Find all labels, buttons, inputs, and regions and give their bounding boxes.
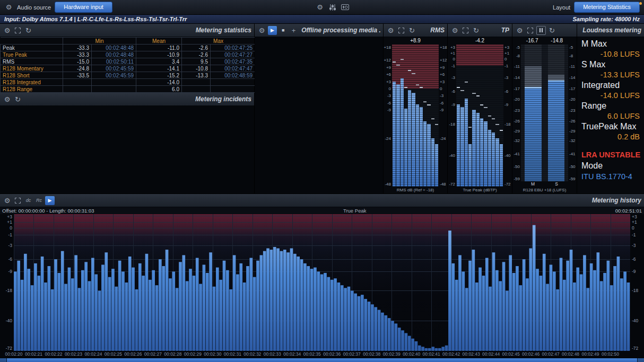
scale-tick: -48 bbox=[440, 181, 447, 186]
time-axis-label: 00:02:25 bbox=[105, 351, 122, 357]
expand-icon[interactable] bbox=[526, 26, 535, 35]
peak-hold-mark bbox=[472, 93, 475, 94]
settings-gear-icon[interactable]: ⚙ bbox=[315, 3, 324, 12]
stats-col-mean: Mean bbox=[136, 38, 182, 45]
loudness-header: Loudness metering bbox=[577, 24, 644, 37]
meter-channel-bar bbox=[420, 45, 423, 187]
offline-header: ⚙ ▶ ■ + Offline processing media ... bbox=[255, 24, 383, 37]
meter-fill bbox=[525, 87, 542, 181]
play-button[interactable]: ▶ bbox=[268, 26, 277, 35]
meter-channel-bar bbox=[401, 45, 404, 187]
scrollbar-left-arrow[interactable] bbox=[0, 358, 7, 362]
meter-channel-bar bbox=[472, 45, 475, 187]
stats-cell: R128 Short bbox=[1, 72, 63, 79]
history-scrollbar[interactable] bbox=[0, 358, 644, 362]
gear-icon[interactable]: ⚙ bbox=[515, 26, 524, 35]
expand-icon[interactable] bbox=[397, 26, 406, 35]
gear-icon[interactable]: ⚙ bbox=[257, 26, 266, 35]
history-chart-row: +3+10-1-3-6-9-18-40-72 +3+10-1-3-6-9-18-… bbox=[0, 214, 644, 351]
scale-tick: -9 bbox=[0, 269, 12, 274]
scale-tick: +1 bbox=[504, 51, 512, 56]
gear-icon[interactable]: ⚙ bbox=[3, 26, 12, 35]
gear-icon[interactable]: ⚙ bbox=[3, 95, 12, 104]
truepeak-max-value: 0.2 dB bbox=[581, 132, 641, 142]
scale-tick: -1 bbox=[632, 232, 644, 237]
scale-tick: -1 bbox=[504, 64, 512, 68]
stats-cell: 00:02:50:11 bbox=[92, 58, 136, 65]
meter-fill bbox=[495, 138, 499, 187]
io-monitor-icon[interactable] bbox=[341, 3, 350, 12]
scale-tick: -40 bbox=[448, 153, 455, 158]
rc-scale-toggle-icon[interactable]: Rc bbox=[34, 196, 43, 205]
scrollbar-right-arrow[interactable] bbox=[637, 358, 644, 362]
scale-tick: +1 bbox=[448, 51, 455, 56]
gear-icon[interactable]: ⚙ bbox=[450, 26, 459, 35]
meter-channel-bar bbox=[492, 45, 495, 187]
integrated-value: -14.0 LUFS bbox=[581, 91, 641, 101]
peak-hold-mark bbox=[435, 124, 438, 125]
scale-tick: -14 bbox=[512, 75, 520, 80]
meter-channel-bar bbox=[465, 45, 468, 187]
refresh-icon[interactable]: ↻ bbox=[407, 26, 416, 35]
expand-icon[interactable] bbox=[461, 26, 470, 35]
pause-button[interactable] bbox=[536, 26, 546, 35]
panel-title: Loudness metering bbox=[582, 27, 641, 34]
stats-cell: 00:02:48:48 bbox=[92, 51, 136, 58]
scrollbar-thumb[interactable] bbox=[7, 358, 637, 362]
scale-tick: -6 bbox=[440, 100, 447, 105]
refresh-icon[interactable]: ↻ bbox=[24, 26, 33, 35]
stats-cell bbox=[182, 86, 211, 93]
scale-tick: -6 bbox=[384, 100, 391, 105]
refresh-icon[interactable]: ↻ bbox=[472, 26, 481, 35]
meter-fill bbox=[408, 90, 411, 187]
range-label: Range bbox=[581, 101, 641, 111]
meter-channel-bar bbox=[460, 45, 464, 187]
routing-sliders-icon[interactable] bbox=[328, 3, 337, 12]
scale-tick: -72 bbox=[0, 346, 12, 351]
history-play-button[interactable]: ▶ bbox=[45, 196, 55, 205]
stats-cell: -14.1 bbox=[136, 65, 182, 72]
expand-icon[interactable] bbox=[13, 26, 22, 35]
layout-button[interactable]: Layout bbox=[553, 4, 570, 11]
peak-hold-mark bbox=[396, 65, 399, 66]
scale-tick: -5 bbox=[512, 45, 520, 50]
statistics-header: ⚙ ↻ Metering statistics bbox=[0, 24, 254, 37]
stop-button[interactable]: ■ bbox=[279, 26, 288, 35]
history-time-labels: 00:02:2000:02:2100:02:2200:02:2300:02:24… bbox=[14, 351, 630, 358]
time-axis-label: 00:02:46 bbox=[522, 351, 539, 357]
scale-tick: -18 bbox=[0, 288, 12, 293]
audio-settings-gear-icon[interactable]: ⚙ bbox=[4, 3, 13, 12]
stats-cell: -2.6 bbox=[182, 51, 211, 58]
meter-channel-bar bbox=[468, 45, 472, 187]
stats-col-min: Min bbox=[63, 38, 136, 45]
scale-tick: -11 bbox=[569, 64, 577, 69]
time-axis-label: 00:02:22 bbox=[45, 351, 62, 357]
sampling-rate-label: Sampling rate: 48000 Hz bbox=[572, 16, 640, 22]
scale-tick: -6 bbox=[504, 89, 512, 94]
stats-cell: 9.5 bbox=[182, 58, 211, 65]
peak-hold-mark bbox=[431, 118, 434, 119]
stats-cell bbox=[211, 79, 255, 86]
time-axis-label: 00:02:41 bbox=[423, 351, 440, 357]
time-axis-label: 00:02:43 bbox=[463, 351, 480, 357]
time-axis-label: 00:02:37 bbox=[343, 351, 361, 357]
scale-tick: -17 bbox=[569, 86, 577, 91]
tp-meter-body: +3+10-1-3-6-9-18-40-72 +3+10-1-3-6-9-18-… bbox=[448, 44, 512, 187]
stats-cell: RMS bbox=[1, 58, 63, 65]
history-chart-area[interactable] bbox=[14, 214, 630, 351]
add-media-button[interactable]: + bbox=[289, 26, 298, 35]
dc-scale-toggle-icon[interactable]: dc bbox=[24, 196, 33, 205]
time-axis-label: 00:02:34 bbox=[283, 351, 301, 357]
gear-icon[interactable]: ⚙ bbox=[3, 196, 12, 205]
tp-scale-left: +3+10-1-3-6-9-18-40-72 bbox=[448, 45, 456, 187]
scale-tick: 0 bbox=[504, 56, 512, 61]
refresh-icon[interactable]: ↻ bbox=[547, 26, 556, 35]
metering-statistics-button[interactable]: Metering Statistics bbox=[574, 2, 640, 12]
panel-title: Metering history bbox=[592, 197, 641, 204]
hardware-input-button[interactable]: Hardware input bbox=[55, 2, 112, 12]
gear-icon[interactable]: ⚙ bbox=[386, 26, 395, 35]
m-max-value: -10.8 LUFS bbox=[581, 49, 641, 59]
scale-tick: -59 bbox=[569, 176, 577, 181]
expand-icon[interactable] bbox=[13, 196, 22, 205]
refresh-icon[interactable]: ↻ bbox=[13, 95, 22, 104]
